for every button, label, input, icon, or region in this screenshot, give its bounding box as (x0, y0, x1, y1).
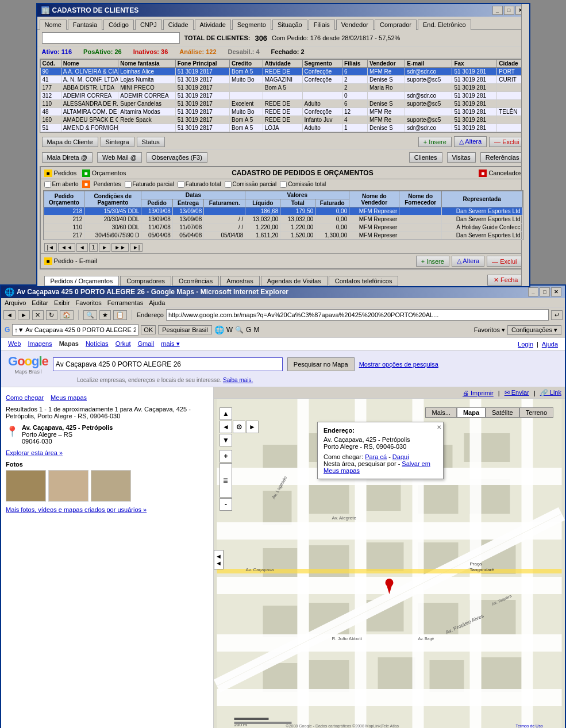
orders-exclui-button[interactable]: — Exclui (487, 256, 522, 267)
terreno-button[interactable]: Terreno (519, 407, 553, 418)
col-condicoes[interactable]: Condições dePagamento (84, 191, 141, 207)
filter-faturado-total[interactable]: Faturado total (178, 181, 221, 188)
col-faturado[interactable]: Faturado (315, 199, 349, 207)
tab-situacao[interactable]: Situação (272, 20, 307, 30)
orders-insere-button[interactable]: + Insere (416, 256, 449, 267)
map-nav-left[interactable]: ◄ (220, 421, 232, 433)
table-row[interactable]: 21815/30/45 DDL13/09/0813/09/08186,68179… (44, 207, 522, 215)
link-ajuda[interactable]: Ajuda (542, 341, 558, 348)
col-email[interactable]: E-mail (405, 60, 452, 68)
maps-maximize-button[interactable]: □ (540, 287, 550, 296)
foto-3[interactable] (91, 470, 131, 502)
pag-next-next[interactable]: ►► (111, 243, 129, 252)
enviar-link[interactable]: ✉ Enviar (505, 389, 529, 396)
collapse-sidebar-button[interactable]: ◄◄ (214, 550, 224, 569)
table-row[interactable]: 51AMEND & FORMIGHIERI L151 3019 2817Bom … (40, 124, 526, 132)
col-vendedor[interactable]: Vendedor (367, 60, 405, 68)
pag-prev-prev[interactable]: ◄◄ (58, 243, 75, 252)
foto-1[interactable] (6, 470, 46, 502)
daqui-link[interactable]: Daqui (392, 453, 409, 460)
history-button[interactable]: 📋 (113, 310, 127, 320)
table-row[interactable]: 90A A. OLIVEIRA & CIA. S/A.Loinhas Alice… (40, 68, 526, 76)
tab-segmento[interactable]: Segmento (232, 20, 271, 30)
col-faturamen[interactable]: Faturamen. (204, 199, 245, 207)
col-atividade[interactable]: Atividade (263, 60, 302, 68)
col-fax[interactable]: Fax (452, 60, 497, 68)
exclui-button[interactable]: — Exclui (489, 137, 524, 147)
col-filiais[interactable]: Filiais (342, 60, 368, 68)
insere-button[interactable]: + Insere (418, 137, 452, 147)
col-fantasia[interactable]: Nome fantasia (118, 60, 175, 68)
col-representada[interactable]: Representada (441, 191, 522, 207)
col-segmento[interactable]: Segmento (302, 60, 342, 68)
para-ca-link[interactable]: Para cá (365, 453, 387, 460)
table-row[interactable]: 110ALESSANDRA DE R. FERRISuper Candelas5… (40, 100, 526, 108)
link-link[interactable]: 🔗 Link (540, 389, 561, 396)
mais-button[interactable]: Mais... (425, 407, 456, 418)
cb-faturado-parcial[interactable] (125, 181, 132, 188)
col-liquido[interactable]: Líquido (245, 199, 280, 207)
menu-exibir[interactable]: Exibir (54, 299, 70, 306)
tab-pedidos-orcamentos[interactable]: Pedidos / Orçamentos (44, 276, 120, 286)
link-gmail[interactable]: Gmail (138, 340, 155, 348)
tab-end-eletronico[interactable]: End. Eletrônico (418, 20, 471, 30)
tab-fantasia[interactable]: Fantasia (68, 20, 102, 30)
observacoes-button[interactable]: Observações (F3) (147, 152, 207, 163)
google-toolbar-input[interactable] (12, 324, 138, 336)
mapa-cliente-button[interactable]: Mapa do Cliente (42, 137, 98, 147)
col-fone[interactable]: Fone Principal (175, 60, 229, 68)
table-row[interactable]: 177ABBA DISTR. LTDAMINI PRECO51 3019 281… (40, 84, 526, 92)
tab-ocorrencias[interactable]: Ocorrências (172, 276, 219, 286)
filter-comissao-parcial[interactable]: Comissão parcial (225, 181, 277, 188)
menu-ajuda[interactable]: Ajuda (149, 299, 165, 306)
menu-favoritos[interactable]: Favoritos (76, 299, 102, 306)
link-imagens[interactable]: Imagens (28, 340, 52, 348)
mapa-button[interactable]: Mapa (457, 407, 486, 418)
salvar-meus-mapas-link[interactable]: Salvar em Meus mapas (324, 460, 430, 474)
imprimir-link[interactable]: 🖨 Imprimir (463, 390, 494, 396)
link-login[interactable]: Login (518, 341, 533, 348)
tab-agendas-visitas[interactable]: Agendas de Visitas (261, 276, 328, 286)
tab-atividade[interactable]: Atividade (195, 20, 231, 30)
sintegra-button[interactable]: Sintegra (101, 137, 134, 147)
explorar-link[interactable]: Explorar esta área » (6, 449, 63, 456)
link-como-chegar[interactable]: Como chegar (6, 394, 44, 401)
map-zoom-in[interactable]: + (220, 450, 232, 463)
mala-direta-button[interactable]: Mala Direta @ (42, 152, 93, 163)
map-canvas[interactable]: Av. Protásio Alves Av. Caçapava Av. Aleg… (214, 399, 565, 728)
tab-vendedor[interactable]: Vendedor (336, 20, 374, 30)
go-button[interactable]: ↵ (551, 310, 563, 320)
satelite-button[interactable]: Satélite (486, 407, 519, 418)
tab-compradores[interactable]: Compradores (120, 276, 171, 286)
clientes-button[interactable]: Clientes (409, 152, 442, 163)
tab-comprador[interactable]: Comprador (375, 20, 417, 30)
tab-nome[interactable]: Nome (40, 20, 67, 30)
fecha-button[interactable]: ✕ Fecha (487, 275, 525, 286)
col-valores[interactable]: Valores (245, 191, 349, 199)
orders-altera-button[interactable]: △ Altera (452, 256, 484, 267)
col-nome-vendedor[interactable]: Nome doVendedor (349, 191, 399, 207)
search-input[interactable] (42, 32, 180, 44)
popup-close-button[interactable]: ✕ (437, 424, 441, 430)
maps-show-options[interactable]: Mostrar opções de pesquisa (359, 361, 438, 368)
maps-search-button[interactable]: Pesquisar no Mapa (287, 357, 355, 371)
cb-em-aberto[interactable] (44, 181, 51, 188)
tab-cnpj[interactable]: CNPJ (135, 20, 162, 30)
gbar-ok-button[interactable]: OK (141, 325, 156, 334)
pag-last[interactable]: ►| (130, 243, 143, 252)
table-row[interactable]: 48ALTAMIRA COM. DE CONF.Altamira Modas51… (40, 108, 526, 116)
col-entrega[interactable]: Entrega (172, 199, 203, 207)
col-datas[interactable]: Datas (141, 191, 245, 199)
cb-faturado-total[interactable] (178, 181, 184, 188)
cb-comissao-total[interactable] (280, 181, 287, 188)
maps-close-button[interactable]: ✕ (551, 287, 561, 296)
menu-arquivo[interactable]: Arquivo (5, 299, 26, 306)
col-pedido[interactable]: PedidoOrçamento (44, 191, 84, 207)
status-button[interactable]: Status (137, 137, 165, 147)
stop-button[interactable]: ✕ (32, 310, 44, 320)
filter-pendentes[interactable]: Pendentes (94, 181, 121, 187)
map-nav-down[interactable]: ▼ (220, 434, 232, 446)
link-orkut[interactable]: Orkut (115, 340, 131, 348)
gbar-pesquisar-button[interactable]: Pesquisar Brasil (158, 325, 211, 334)
web-mail-button[interactable]: Web Mail @ (97, 152, 142, 163)
